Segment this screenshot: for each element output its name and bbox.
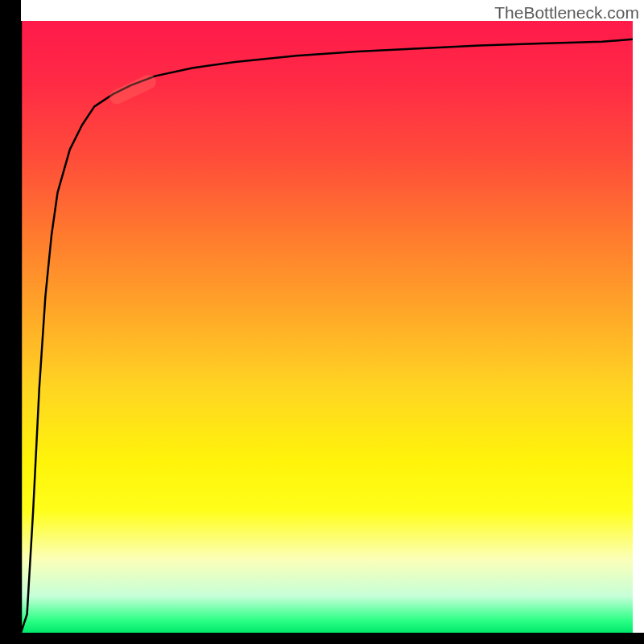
x-axis <box>0 633 644 644</box>
y-axis <box>0 0 21 644</box>
plot-area <box>21 21 633 633</box>
credit-label: TheBottleneck.com <box>494 3 639 23</box>
chart-container: TheBottleneck.com <box>0 0 644 644</box>
curve-svg <box>21 21 633 633</box>
bottleneck-curve <box>21 21 633 633</box>
